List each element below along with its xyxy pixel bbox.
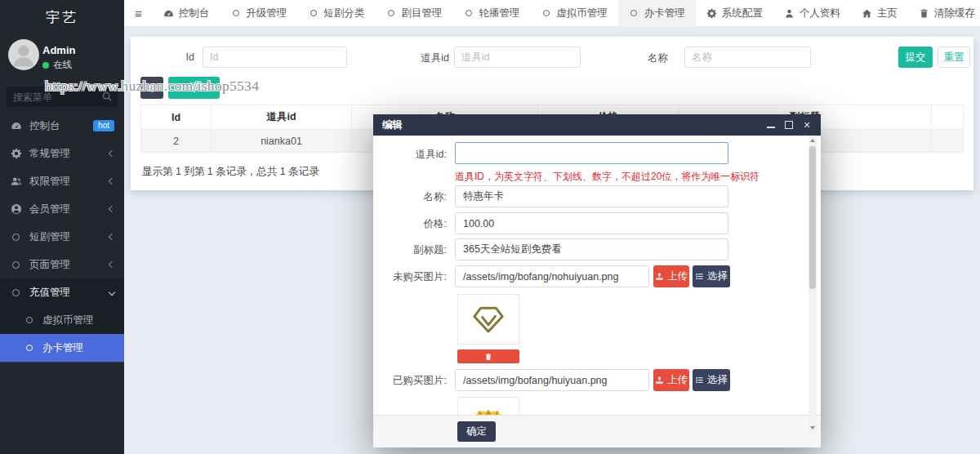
- member-icon: [10, 203, 22, 216]
- topbar-right: 主页 清除缓存: [851, 0, 980, 27]
- sidebar-item-member[interactable]: 会员管理: [0, 195, 124, 223]
- upload-purchased-button[interactable]: 上传: [653, 369, 689, 391]
- person-icon: [784, 8, 795, 19]
- home-label: 主页: [877, 7, 898, 20]
- name-input[interactable]: [455, 185, 728, 207]
- circle-icon: [308, 8, 318, 19]
- dialog-body: 道具id: 道具ID，为英文字符、下划线、数字，不超过20位，将作为唯一标识符 …: [373, 136, 821, 415]
- edit-dialog: 编辑 × 道具id: 道具ID，为英文字符、下划线、数字，不超过20位，将作为唯…: [373, 114, 821, 447]
- topnav-label: 虚拟币管理: [556, 7, 608, 20]
- sidebar-menu: 控制台 hot 常规管理 权限管理 会员管: [0, 112, 124, 363]
- trash-icon: [919, 8, 929, 19]
- dialog-titlebar[interactable]: 编辑 ×: [373, 114, 821, 136]
- column-header-id[interactable]: Id: [141, 105, 212, 129]
- dialog-scrollbar[interactable]: [808, 136, 817, 433]
- prop-id-input[interactable]: [455, 142, 728, 164]
- trash-icon: [484, 353, 492, 361]
- sidebar-item-label: 页面管理: [29, 258, 70, 272]
- list-icon: [695, 376, 704, 385]
- sidebar-item-general[interactable]: 常规管理: [0, 140, 124, 167]
- topnav-dashboard[interactable]: 控制台: [153, 0, 220, 27]
- app-logo: 宇艺: [0, 0, 124, 36]
- topnav-virtual-coin[interactable]: 虚拟币管理: [530, 0, 618, 27]
- add-button[interactable]: + 添加: [168, 77, 220, 99]
- topnav-repertoire[interactable]: 剧目管理: [375, 0, 452, 27]
- sidebar-item-virtual-coin[interactable]: 虚拟币管理: [0, 306, 124, 334]
- clear-cache-button[interactable]: 清除缓存: [908, 0, 980, 27]
- online-dot-icon: [42, 62, 49, 69]
- sidebar-item-recharge[interactable]: 充值管理: [0, 278, 124, 306]
- topnav-label: 系统配置: [722, 7, 763, 20]
- sidebar-search: [7, 87, 118, 107]
- sidebar-item-dashboard[interactable]: 控制台 hot: [0, 112, 124, 140]
- sidebar: 宇艺 Admin 在线: [0, 0, 124, 454]
- topnav-drama-category[interactable]: 短剧分类: [297, 0, 375, 27]
- topnav-carousel[interactable]: 轮播管理: [452, 0, 530, 27]
- unpurchased-image-input[interactable]: [455, 265, 649, 287]
- list-icon: [695, 272, 704, 281]
- avatar-person-icon: [8, 39, 39, 70]
- choose-purchased-button[interactable]: 选择: [693, 369, 730, 391]
- confirm-button[interactable]: 确定: [457, 421, 496, 442]
- user-status: 在线: [42, 59, 72, 71]
- topnav-card-management[interactable]: 办卡管理: [618, 0, 696, 27]
- user-block: Admin 在线: [0, 39, 124, 78]
- upload-unpurchased-button[interactable]: 上传: [653, 265, 689, 287]
- scroll-up-icon[interactable]: [810, 139, 815, 142]
- topnav-label: 短剧分类: [323, 7, 364, 20]
- unpurchased-image-preview[interactable]: [457, 294, 519, 345]
- users-icon: [10, 176, 22, 188]
- circle-icon: [463, 8, 474, 19]
- choose-unpurchased-button[interactable]: 选择: [693, 265, 730, 287]
- topnav-profile[interactable]: 个人资料: [773, 0, 851, 27]
- column-header-prop-id[interactable]: 道具id: [212, 105, 352, 129]
- price-input[interactable]: [455, 212, 728, 234]
- gear-icon: [706, 8, 717, 19]
- column-header-extra: [932, 105, 963, 129]
- maximize-icon[interactable]: [784, 120, 794, 130]
- refresh-button[interactable]: [140, 77, 163, 99]
- topnav-system-config[interactable]: 系统配置: [696, 0, 773, 27]
- filter-name-label: 名称: [629, 51, 668, 65]
- scrollbar-thumb[interactable]: [809, 146, 816, 289]
- subtitle-input[interactable]: [455, 238, 728, 260]
- sidebar-item-label: 权限管理: [29, 175, 70, 189]
- sidebar-item-permission[interactable]: 权限管理: [0, 167, 124, 195]
- chevron-left-icon: [109, 234, 115, 240]
- hamburger-icon[interactable]: ≡: [124, 7, 153, 20]
- avatar[interactable]: [8, 39, 39, 70]
- filter-id-input[interactable]: [203, 47, 347, 68]
- gem-outline-icon: [470, 300, 507, 338]
- topnav-label: 轮播管理: [479, 7, 519, 20]
- filter-prop-id-input[interactable]: [454, 47, 581, 68]
- topnav-upgrade[interactable]: 升级管理: [220, 0, 297, 27]
- reset-button[interactable]: 重置: [938, 47, 970, 68]
- circle-icon: [10, 231, 22, 243]
- filter-id-label: Id: [145, 51, 194, 63]
- gem-gold-icon: [468, 406, 509, 416]
- sidebar-item-page[interactable]: 页面管理: [0, 251, 124, 278]
- prop-id-hint: 道具ID，为英文字符、下划线、数字，不超过20位，将作为唯一标识符: [455, 170, 760, 184]
- prop-id-label: 道具id:: [373, 148, 447, 162]
- scroll-down-icon[interactable]: [810, 426, 815, 430]
- home-button[interactable]: 主页: [851, 0, 908, 27]
- dashboard-icon: [163, 8, 174, 19]
- dialog-controls: ×: [766, 120, 812, 130]
- sidebar-item-drama[interactable]: 短剧管理: [0, 223, 124, 251]
- circle-icon: [385, 8, 396, 19]
- filter-name-input[interactable]: [684, 47, 811, 68]
- purchased-image-input[interactable]: [455, 369, 649, 391]
- choose-label: 选择: [707, 373, 728, 387]
- chevron-left-icon: [109, 178, 115, 185]
- close-icon[interactable]: ×: [802, 120, 812, 130]
- circle-icon: [541, 8, 551, 19]
- delete-image-button[interactable]: [457, 349, 519, 363]
- search-icon: [101, 91, 113, 102]
- sidebar-item-card-management[interactable]: 办卡管理: [0, 334, 124, 362]
- submit-button[interactable]: 提交: [898, 47, 933, 68]
- purchased-image-label: 已购买图片:: [373, 374, 447, 388]
- sidebar-item-label: 控制台: [29, 119, 60, 133]
- topnav-label: 控制台: [179, 7, 210, 20]
- purchased-image-preview[interactable]: [457, 397, 519, 415]
- minimize-icon[interactable]: [766, 120, 776, 130]
